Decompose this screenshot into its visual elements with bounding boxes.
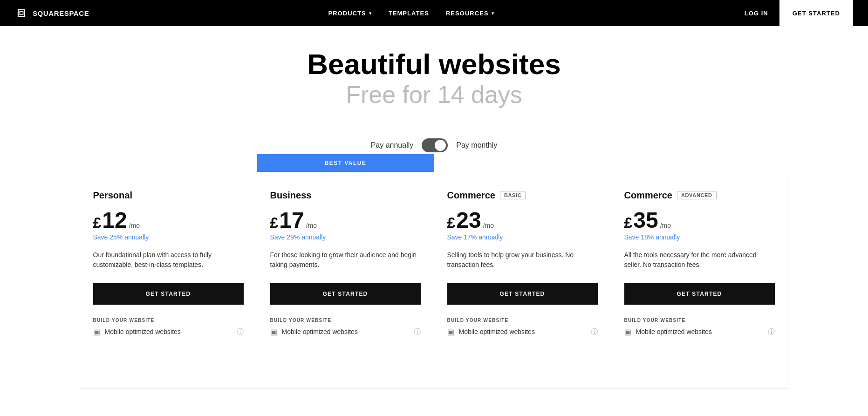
plan-desc-commerce-basic: Selling tools to help grow your business… xyxy=(447,250,598,270)
mobile-website-icon-commerce-advanced: ▣ xyxy=(624,327,631,336)
plan-name-commerce-advanced: Commerce ADVANCED xyxy=(624,190,775,201)
toggle-thumb xyxy=(435,140,446,151)
feature-row-personal: ▣ Mobile optimized websites ⓘ xyxy=(93,327,244,336)
plan-cta-commerce-advanced[interactable]: GET STARTED xyxy=(624,283,775,305)
billing-toggle[interactable] xyxy=(422,138,448,152)
plan-name-personal: Personal xyxy=(93,190,244,201)
info-icon-business[interactable]: ⓘ xyxy=(414,327,421,336)
chevron-down-icon-2: ▾ xyxy=(492,11,494,16)
plan-price-commerce-advanced: £ 35 /mo xyxy=(624,209,775,232)
feature-section-label-commerce-advanced: BUILD YOUR WEBSITE xyxy=(624,318,775,323)
logo-icon xyxy=(15,7,28,20)
feature-left-business: ▣ Mobile optimized websites xyxy=(270,327,358,336)
plan-price-personal: £ 12 /mo xyxy=(93,209,244,232)
plan-commerce-basic: Commerce BASIC £ 23 /mo Save 17% annuall… xyxy=(434,175,611,389)
nav-products[interactable]: PRODUCTS ▾ xyxy=(328,10,371,17)
login-button[interactable]: LOG IN xyxy=(733,10,779,17)
feature-left-personal: ▣ Mobile optimized websites xyxy=(93,327,181,336)
plan-savings-commerce-advanced: Save 18% annually xyxy=(624,233,775,241)
nav-templates[interactable]: TEMPLATES xyxy=(389,10,429,17)
logo-text: SQUARESPACE xyxy=(33,9,89,17)
feature-row-business: ▣ Mobile optimized websites ⓘ xyxy=(270,327,421,336)
pricing-section: BEST VALUE Personal £ 12 /mo Save 25% an… xyxy=(71,175,798,389)
plan-cta-business[interactable]: GET STARTED xyxy=(270,283,421,305)
feature-left-commerce-basic: ▣ Mobile optimized websites xyxy=(447,327,535,336)
nav-items: PRODUCTS ▾ TEMPLATES RESOURCES ▾ xyxy=(328,10,494,17)
plan-commerce-advanced: Commerce ADVANCED £ 35 /mo Save 18% annu… xyxy=(611,175,788,389)
plan-desc-personal: Our foundational plan with access to ful… xyxy=(93,250,244,270)
feature-text-commerce-advanced: Mobile optimized websites xyxy=(636,328,712,335)
nav-getstarted-button[interactable]: GET STARTED xyxy=(779,0,853,26)
feature-left-commerce-advanced: ▣ Mobile optimized websites xyxy=(624,327,712,336)
nav-resources[interactable]: RESOURCES ▾ xyxy=(446,10,494,17)
feature-text-business: Mobile optimized websites xyxy=(282,328,358,335)
toggle-track xyxy=(422,138,448,152)
hero-title: Beautiful websites xyxy=(0,48,868,80)
feature-row-commerce-basic: ▣ Mobile optimized websites ⓘ xyxy=(447,327,598,336)
info-icon-commerce-advanced[interactable]: ⓘ xyxy=(768,327,775,336)
plan-price-business: £ 17 /mo xyxy=(270,209,421,232)
plan-name-commerce-basic: Commerce BASIC xyxy=(447,190,598,201)
plan-name-business: Business xyxy=(270,190,421,201)
pricing-grid: BEST VALUE Personal £ 12 /mo Save 25% an… xyxy=(80,175,788,389)
info-icon-personal[interactable]: ⓘ xyxy=(237,327,244,336)
plan-cta-personal[interactable]: GET STARTED xyxy=(93,283,244,305)
nav-auth: LOG IN GET STARTED xyxy=(733,0,853,26)
hero-section: Beautiful websites Free for 14 days xyxy=(0,26,868,123)
plan-savings-personal: Save 25% annually xyxy=(93,233,244,241)
plan-savings-business: Save 29% annually xyxy=(270,233,421,241)
feature-section-label-business: BUILD YOUR WEBSITE xyxy=(270,318,421,323)
mobile-website-icon-commerce-basic: ▣ xyxy=(447,327,454,336)
feature-text-personal: Mobile optimized websites xyxy=(105,328,181,335)
plan-business: Business £ 17 /mo Save 29% annually For … xyxy=(257,175,434,389)
hero-subtitle: Free for 14 days xyxy=(0,80,868,109)
plan-savings-commerce-basic: Save 17% annually xyxy=(447,233,598,241)
pay-monthly-label: Pay monthly xyxy=(456,141,497,150)
plan-price-commerce-basic: £ 23 /mo xyxy=(447,209,598,232)
navbar: SQUARESPACE PRODUCTS ▾ TEMPLATES RESOURC… xyxy=(0,0,868,26)
plan-personal: Personal £ 12 /mo Save 25% annually Our … xyxy=(80,175,257,389)
chevron-down-icon: ▾ xyxy=(369,11,372,16)
feature-row-commerce-advanced: ▣ Mobile optimized websites ⓘ xyxy=(624,327,775,336)
mobile-website-icon-personal: ▣ xyxy=(93,327,100,336)
pay-annually-label: Pay annually xyxy=(371,141,414,150)
plan-desc-commerce-advanced: All the tools necessary for the more adv… xyxy=(624,250,775,270)
logo[interactable]: SQUARESPACE xyxy=(15,7,89,20)
plan-desc-business: For those looking to grow their audience… xyxy=(270,250,421,270)
feature-section-label-commerce-basic: BUILD YOUR WEBSITE xyxy=(447,318,598,323)
plan-cta-commerce-basic[interactable]: GET STARTED xyxy=(447,283,598,305)
billing-toggle-row: Pay annually Pay monthly xyxy=(0,123,868,175)
mobile-website-icon-business: ▣ xyxy=(270,327,277,336)
info-icon-commerce-basic[interactable]: ⓘ xyxy=(591,327,598,336)
plan-badge-advanced: ADVANCED xyxy=(677,191,717,199)
feature-section-label-personal: BUILD YOUR WEBSITE xyxy=(93,318,244,323)
best-value-banner: BEST VALUE xyxy=(257,154,434,172)
plan-badge-basic: BASIC xyxy=(500,191,526,199)
feature-text-commerce-basic: Mobile optimized websites xyxy=(459,328,535,335)
